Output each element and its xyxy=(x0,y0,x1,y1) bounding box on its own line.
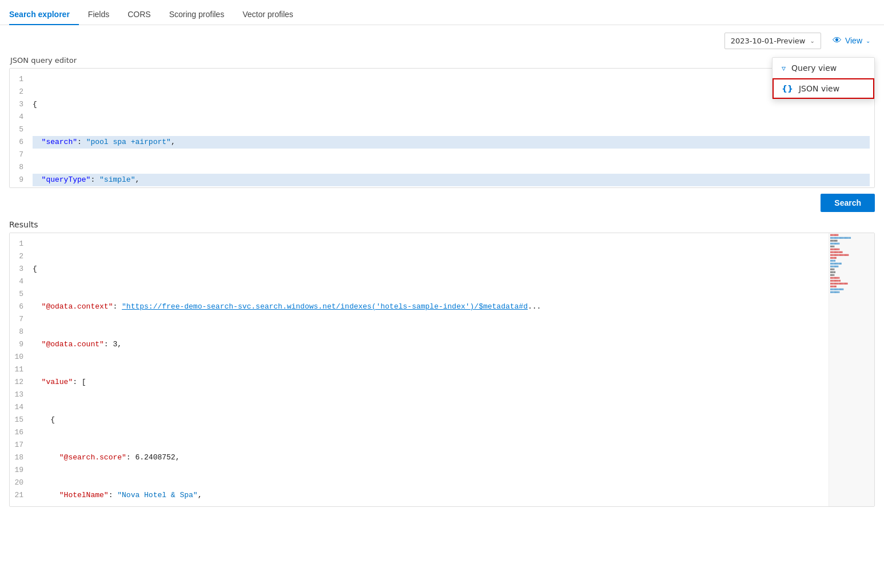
search-button[interactable]: Search xyxy=(821,194,875,212)
api-version-dropdown[interactable]: 2023-10-01-Preview ⌄ xyxy=(724,33,821,49)
tab-scoring-profiles[interactable]: Scoring profiles xyxy=(160,4,234,25)
minimap-content: ████████ ████████████████████ ███████ ██… xyxy=(829,233,874,506)
result-line-2: "@odata.context": "https://free-demo-sea… xyxy=(33,301,824,313)
results-code: { "@odata.context": "https://free-demo-s… xyxy=(28,233,829,506)
json-view-option[interactable]: {} JSON view xyxy=(772,78,874,99)
search-button-row: Search xyxy=(0,188,884,218)
code-line-2: "search": "pool spa +airport", xyxy=(33,136,870,149)
result-line-7: "HotelName": "Nova Hotel & Spa", xyxy=(33,489,824,502)
query-view-option[interactable]: ▿ Query view xyxy=(772,58,874,78)
result-line-1: { xyxy=(33,263,824,275)
results-inner: 1 2 3 4 5 6 7 8 9 10 11 12 13 14 15 16 1… xyxy=(10,233,874,506)
editor-code[interactable]: { "search": "pool spa +airport", "queryT… xyxy=(28,69,874,188)
minimap: ████████ ████████████████████ ███████ ██… xyxy=(829,233,874,506)
json-query-editor[interactable]: 1 2 3 4 5 6 7 8 9 10 { "search": "pool s… xyxy=(9,68,875,188)
result-line-6: "@search.score": 6.2408752, xyxy=(33,451,824,464)
tabs-bar: Search explorer Fields CORS Scoring prof… xyxy=(0,0,884,25)
view-dropdown-menu: ▿ Query view {} JSON view xyxy=(772,57,875,99)
tab-vector-profiles[interactable]: Vector profiles xyxy=(233,4,302,25)
tab-fields[interactable]: Fields xyxy=(79,4,118,25)
filter-icon: ▿ xyxy=(782,63,786,73)
tab-search-explorer[interactable]: Search explorer xyxy=(9,4,79,25)
results-line-numbers: 1 2 3 4 5 6 7 8 9 10 11 12 13 14 15 16 1… xyxy=(10,233,28,506)
line-numbers: 1 2 3 4 5 6 7 8 9 10 xyxy=(10,69,28,188)
json-view-label: JSON view xyxy=(799,84,839,93)
chevron-down-icon: ⌄ xyxy=(810,38,815,44)
result-line-3: "@odata.count": 3, xyxy=(33,338,824,351)
query-view-label: Query view xyxy=(791,63,837,73)
code-line-3: "queryType": "simple", xyxy=(33,174,870,186)
chevron-view-icon: ⌄ xyxy=(866,38,870,44)
api-version-label: 2023-10-01-Preview xyxy=(731,37,806,45)
results-editor[interactable]: 1 2 3 4 5 6 7 8 9 10 11 12 13 14 15 16 1… xyxy=(9,233,875,507)
editor-section: JSON query editor 1 2 3 4 5 6 7 8 9 10 {… xyxy=(0,56,884,188)
results-label: Results xyxy=(9,220,875,229)
result-line-5: { xyxy=(33,414,824,426)
code-line-1: { xyxy=(33,98,870,111)
editor-label: JSON query editor xyxy=(9,56,875,65)
json-icon: {} xyxy=(782,84,793,93)
view-button[interactable]: 👁 View ⌄ xyxy=(828,32,875,49)
toolbar: 2023-10-01-Preview ⌄ 👁 View ⌄ xyxy=(0,25,884,56)
result-line-4: "value": [ xyxy=(33,376,824,389)
results-section: Results 1 2 3 4 5 6 7 8 9 10 11 12 13 14… xyxy=(0,220,884,507)
tab-cors[interactable]: CORS xyxy=(118,4,160,25)
eye-icon: 👁 xyxy=(833,35,842,46)
view-label: View xyxy=(845,36,862,45)
